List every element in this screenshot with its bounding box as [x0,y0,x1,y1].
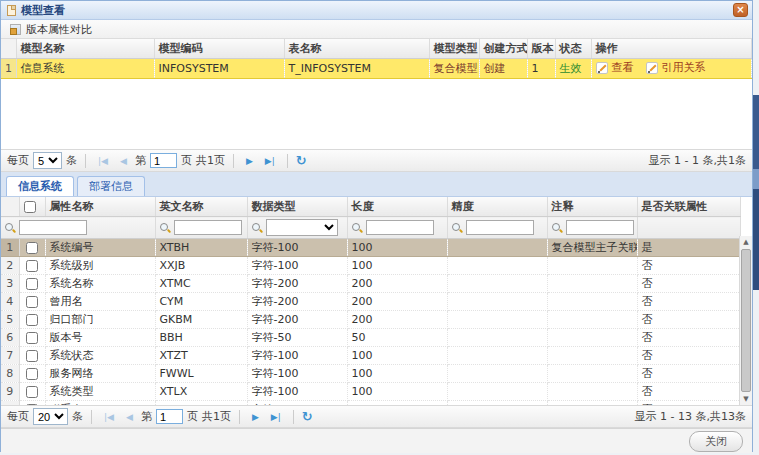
next-page-icon[interactable]: ▶ [248,412,263,422]
row-checkbox[interactable] [26,260,38,272]
cell-data-type: 字符-100 [247,383,347,401]
cell-data-type: 字符-50 [247,329,347,347]
tab-info-system[interactable]: 信息系统 [6,176,74,196]
model-col-status[interactable]: 状态 [555,39,591,59]
cell-attr-name: 版本号 [45,329,155,347]
per-page-select[interactable]: 5 [33,152,62,169]
select-all-checkbox[interactable] [24,201,36,213]
per-page-select[interactable]: 20 [33,408,68,425]
page-label: 第 [135,153,146,168]
comment-filter-input[interactable] [566,220,634,235]
attr-name-filter-input[interactable] [19,220,87,235]
attr-col-is-related[interactable]: 是否关联属性 [637,197,741,217]
cell-attr-name: 系统状态 [45,347,155,365]
scroll-up-icon[interactable]: ▲ [740,236,752,248]
scrollbar-thumb[interactable] [741,249,751,392]
table-row[interactable]: 7 系统状态 XTZT 字符-100 100 否 [1,347,741,365]
cell-comment [547,347,637,365]
refresh-icon[interactable]: ↻ [296,154,307,167]
attr-col-comment[interactable]: 注释 [547,197,637,217]
model-col-table[interactable]: 表名称 [284,39,429,59]
attr-col-precision[interactable]: 精度 [447,197,547,217]
cell-is-related: 否 [637,347,741,365]
last-page-icon[interactable]: ▶| [267,412,285,422]
attr-col-length[interactable]: 长度 [347,197,447,217]
table-row[interactable]: 5 归口部门 GKBM 字符-200 200 否 [1,311,741,329]
cell-en-name: BBH [155,329,247,347]
refresh-icon[interactable]: ↻ [302,410,313,423]
attr-col-data-type[interactable]: 数据类型 [247,197,347,217]
table-row[interactable]: 10 联系人 LXR 字符-100 100 否 [1,401,741,406]
version-compare-button[interactable]: 版本属性对比 [6,22,96,37]
row-checkbox[interactable] [26,332,38,344]
row-checkbox[interactable] [26,368,38,380]
cell-is-related: 否 [637,257,741,275]
next-page-icon[interactable]: ▶ [242,156,257,166]
row-checkbox[interactable] [26,296,38,308]
row-checkbox[interactable] [26,278,38,290]
scroll-down-icon[interactable]: ▼ [740,393,752,405]
row-number: 5 [1,311,19,329]
model-row[interactable]: 1 信息系统 INFOSYSTEM T_INFOSYSTEM 复合模型 创建 1… [1,59,752,79]
model-col-num [1,39,16,59]
close-button[interactable]: 关闭 [689,431,743,452]
cell-version: 1 [527,59,555,79]
row-checkbox[interactable] [26,350,38,362]
first-page-icon[interactable]: |◀ [94,156,112,166]
row-checkbox[interactable] [26,404,38,405]
row-checkbox[interactable] [26,242,38,254]
cell-data-type: 字符-100 [247,365,347,383]
row-checkbox-cell [19,329,45,347]
select-all-cell [19,197,45,217]
tab-deploy-info[interactable]: 部署信息 [77,176,145,196]
data-type-filter-select[interactable] [266,219,338,236]
prev-page-icon[interactable]: ◀ [116,156,131,166]
prev-page-icon[interactable]: ◀ [122,412,137,422]
en-name-filter-input[interactable] [174,220,242,235]
page-number-input[interactable] [156,409,183,424]
attr-col-name[interactable]: 属性名称 [45,197,155,217]
cell-comment [547,365,637,383]
model-col-code[interactable]: 模型编码 [154,39,284,59]
row-checkbox-cell [19,275,45,293]
last-page-icon[interactable]: ▶| [261,156,279,166]
table-row[interactable]: 1 系统编号 XTBH 字符-100 100 复合模型主子关联属性 是 [1,239,741,257]
table-row[interactable]: 8 服务网络 FWWL 字符-100 100 否 [1,365,741,383]
cell-create-mode: 创建 [479,59,527,79]
version-compare-label: 版本属性对比 [26,22,92,37]
table-row[interactable]: 4 曾用名 CYM 字符-200 200 否 [1,293,741,311]
precision-filter-input[interactable] [466,220,534,235]
first-page-icon[interactable]: |◀ [100,412,118,422]
model-col-type[interactable]: 模型类型 [429,39,479,59]
close-icon[interactable]: × [733,3,748,17]
cell-precision [447,275,547,293]
model-col-name[interactable]: 模型名称 [16,39,154,59]
page-number-input[interactable] [150,153,177,168]
length-filter-input[interactable] [366,220,434,235]
cell-data-type: 字符-200 [247,293,347,311]
cell-en-name: XXJB [155,257,247,275]
table-row[interactable]: 2 系统级别 XXJB 字符-100 100 否 [1,257,741,275]
row-checkbox[interactable] [26,386,38,398]
divider [239,410,240,424]
attr-col-en-name[interactable]: 英文名称 [155,197,247,217]
reference-relation-link[interactable]: 引用关系 [646,60,706,75]
search-icon [251,222,263,234]
view-action-link[interactable]: 查看 [596,60,634,75]
vertical-scrollbar[interactable]: ▲ ▼ [739,236,752,405]
row-checkbox[interactable] [26,314,38,326]
record-summary: 显示 1 - 1 条,共1条 [649,153,746,168]
table-row[interactable]: 3 系统名称 XTMC 字符-200 200 否 [1,275,741,293]
row-checkbox-cell [19,401,45,406]
table-row[interactable]: 9 系统类型 XTLX 字符-100 100 否 [1,383,741,401]
row-number: 9 [1,383,19,401]
cell-attr-name: 服务网络 [45,365,155,383]
table-row[interactable]: 6 版本号 BBH 字符-50 50 否 [1,329,741,347]
search-icon [159,222,171,234]
cell-attr-name: 系统级别 [45,257,155,275]
model-col-mode[interactable]: 创建方式 [479,39,527,59]
status-badge: 生效 [555,59,591,79]
cell-comment [547,383,637,401]
model-col-version[interactable]: 版本 [527,39,555,59]
cell-data-type: 字符-100 [247,347,347,365]
